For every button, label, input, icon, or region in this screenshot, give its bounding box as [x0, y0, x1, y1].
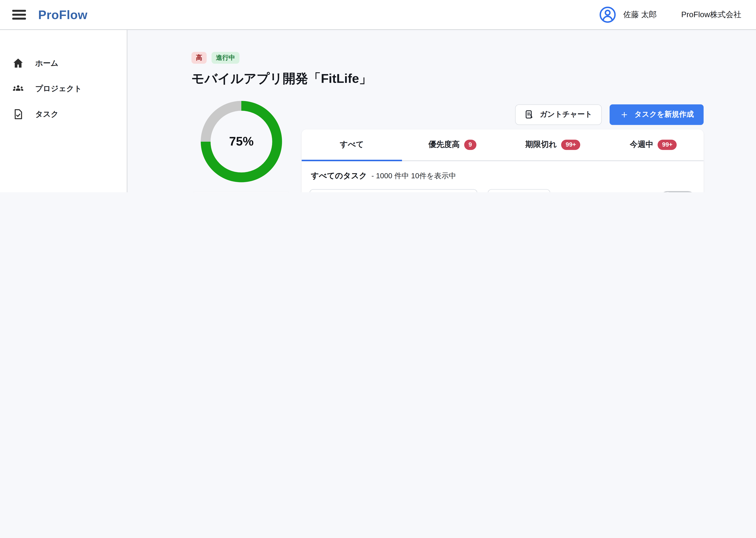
menu-icon[interactable] [12, 8, 26, 22]
user-name: 佐藤 太郎 [623, 10, 657, 20]
projects-icon [12, 83, 24, 94]
page-title: モバイルアプリ開発「FitLife」 [191, 70, 704, 87]
action-buttons: ガントチャート ＋ タスクを新規作成 [302, 104, 704, 125]
create-task-button[interactable]: ＋ タスクを新規作成 [609, 104, 703, 125]
sidebar-item-label: ホーム [35, 58, 58, 69]
tab-label: 優先度高 [428, 139, 460, 150]
tab-this-week[interactable]: 今週中99+ [603, 129, 703, 160]
task-list-count: - 1000 件中 10件を表示中 [371, 171, 456, 181]
task-list-title: すべてのタスク [311, 171, 367, 181]
gantt-chart-button[interactable]: ガントチャート [515, 104, 602, 125]
app-logo: ProFlow [38, 8, 87, 22]
user-avatar-icon[interactable] [599, 6, 616, 24]
tasks-icon [12, 108, 24, 120]
tab-label: 期限切れ [525, 139, 557, 150]
status-badge: 進行中 [212, 52, 239, 64]
tab-count-badge: 99+ [658, 139, 677, 150]
sidebar-item-tasks[interactable]: タスク [0, 101, 127, 127]
proflow-app: ProFlow 佐藤 太郎 ProFlow株式会社 ホームプロジェクトタスク 高… [0, 0, 756, 192]
tab-overdue[interactable]: 期限切れ99+ [502, 129, 603, 160]
home-icon [12, 57, 24, 69]
company-name: ProFlow株式会社 [681, 10, 741, 20]
progress-donut-chart: 75% [201, 101, 282, 182]
sidebar-item-label: プロジェクト [35, 83, 82, 94]
filter-button[interactable]: 絞り込み [488, 189, 550, 192]
project-summary-card: 概要 健康管理に特化した習慣記録アプリを開発中。ユーザーは歩数・睡眠・食事を簡単… [191, 192, 291, 192]
priority-badge: 高 [191, 52, 207, 64]
sidebar-item-projects[interactable]: プロジェクト [0, 76, 127, 101]
gantt-chart-icon [525, 109, 535, 120]
task-tabs: すべて優先度高9期限切れ99+今週中99+ [302, 129, 704, 161]
task-list-card: すべて優先度高9期限切れ99+今週中99+ すべてのタスク - 1000 件中 … [302, 129, 704, 192]
tab-all[interactable]: すべて [302, 129, 402, 160]
tab-label: すべて [340, 139, 364, 150]
header-user-area: 佐藤 太郎 ProFlow株式会社 [599, 6, 741, 24]
tab-count-badge: 99+ [561, 139, 581, 150]
project-badges: 高 進行中 [191, 52, 704, 64]
sidebar: ホームプロジェクトタスク [0, 30, 127, 192]
sidebar-item-home[interactable]: ホーム [0, 50, 127, 76]
app-header: ProFlow 佐藤 太郎 ProFlow株式会社 [0, 0, 756, 30]
tab-label: 今週中 [630, 139, 653, 150]
tab-high-priority[interactable]: 優先度高9 [402, 129, 502, 160]
tab-count-badge: 9 [464, 139, 476, 150]
my-tasks-toggle[interactable] [660, 191, 696, 192]
search-box [309, 189, 477, 192]
plus-icon: ＋ [619, 109, 630, 119]
donut-percent-label: 75% [229, 134, 254, 148]
sidebar-item-label: タスク [35, 109, 59, 120]
task-list-title-row: すべてのタスク - 1000 件中 10件を表示中 [309, 171, 696, 181]
main-content: 高 進行中 モバイルアプリ開発「FitLife」 75% 概要 健康管理に特化し… [127, 30, 756, 192]
